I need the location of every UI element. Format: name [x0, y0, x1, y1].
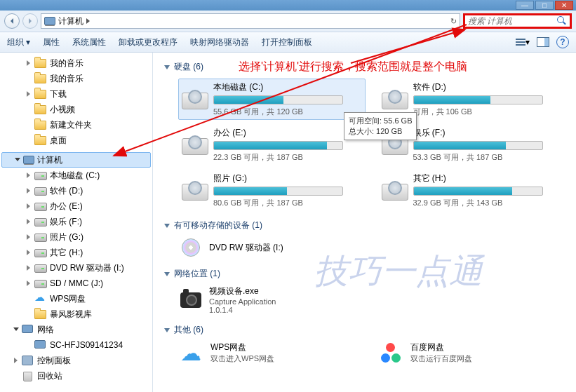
search-icon[interactable]: [557, 16, 567, 26]
other-sub: 双击运行百度网盘: [410, 353, 472, 364]
pc-icon: [34, 339, 47, 351]
tree-item[interactable]: 小视频: [0, 102, 152, 117]
tree-item-drive[interactable]: DVD RW 驱动器 (I:): [0, 260, 152, 276]
caret-down-icon: [164, 65, 170, 69]
section-hard-disks[interactable]: 硬盘 (6): [164, 61, 565, 73]
search-box[interactable]: [463, 13, 572, 29]
hdd-icon: [182, 135, 207, 155]
tree-item[interactable]: 下载: [0, 86, 152, 102]
forward-button[interactable]: [22, 13, 38, 29]
organize-menu[interactable]: 组织 ▾: [7, 36, 30, 48]
tree-item-drive[interactable]: 娱乐 (F:): [0, 214, 152, 229]
breadcrumb-root[interactable]: 计算机: [58, 15, 83, 27]
help-icon[interactable]: ?: [556, 36, 569, 48]
maximize-button[interactable]: □: [535, 1, 554, 10]
network-device[interactable]: 视频设备.exe Capture Application 1.0.1.4: [178, 285, 565, 314]
tree-item-drive[interactable]: 其它 (H:): [0, 245, 152, 260]
tree-label: 小视频: [50, 104, 75, 116]
tree-label: 控制面板: [37, 355, 71, 367]
tree-label: 照片 (G:): [50, 231, 83, 243]
network-icon: [22, 324, 34, 335]
tree-label: 回收站: [37, 370, 62, 382]
usage-bar: [413, 187, 543, 196]
tree-recycle-bin[interactable]: 回收站: [0, 368, 152, 384]
other-baidu[interactable]: 百度网盘 双击运行百度网盘: [378, 342, 565, 364]
camera-icon: [180, 292, 201, 308]
preview-pane-icon[interactable]: [537, 37, 549, 47]
caret-down-icon: [164, 272, 170, 276]
system-properties-button[interactable]: 系统属性: [72, 36, 106, 48]
tree-network[interactable]: 网络: [0, 322, 152, 337]
drive-card[interactable]: 照片 (G:) 80.6 GB 可用，共 187 GB: [178, 170, 366, 211]
drive-icon: [34, 262, 47, 273]
tree-item-network-pc[interactable]: SC-HFJS09141234: [0, 337, 152, 353]
other-wps[interactable]: ☁ WPS网盘 双击进入WPS网盘: [178, 342, 366, 364]
drive-card[interactable]: 办公 (E:) 22.3 GB 可用，共 187 GB: [178, 124, 366, 165]
folder-icon: [34, 119, 47, 130]
baidu-icon: [381, 343, 401, 363]
drive-stat: 22.3 GB 可用，共 187 GB: [213, 152, 363, 163]
section-removable[interactable]: 有可移动存储的设备 (1): [164, 219, 565, 231]
tree-item-drive[interactable]: WPS网盘: [0, 291, 152, 306]
uninstall-button[interactable]: 卸载或更改程序: [119, 36, 178, 48]
tree-item-drive[interactable]: 办公 (E:): [0, 198, 152, 214]
usage-bar: [213, 141, 343, 150]
netloc-name: 视频设备.exe: [209, 285, 276, 297]
tree-item-drive[interactable]: 照片 (G:): [0, 229, 152, 245]
address-bar[interactable]: 计算机 ↻: [41, 13, 460, 29]
folder-icon: [34, 135, 47, 146]
tree-label: 网络: [37, 324, 54, 336]
tree-item-drive[interactable]: 暴风影视库: [0, 306, 152, 322]
section-network-location[interactable]: 网络位置 (1): [164, 268, 565, 280]
open-control-panel-button[interactable]: 打开控制面板: [262, 36, 312, 48]
drive-icon: [34, 170, 47, 181]
tree-computer[interactable]: 计算机: [1, 152, 151, 168]
computer-icon: [23, 155, 34, 165]
other-title: 百度网盘: [410, 342, 472, 353]
drive-name: 办公 (E:): [213, 127, 363, 139]
tree-label: 其它 (H:): [50, 247, 83, 259]
netloc-sub1: Capture Application: [209, 297, 276, 306]
tree-item[interactable]: 我的音乐: [0, 55, 152, 71]
back-button[interactable]: [4, 13, 20, 29]
cloud-icon: ☁: [180, 341, 201, 365]
drive-icon: [34, 247, 47, 258]
drive-card[interactable]: 其它 (H:) 32.9 GB 可用，共 143 GB: [378, 170, 565, 211]
tree-label: 我的音乐: [50, 58, 83, 69]
usage-bar: [213, 95, 343, 104]
tree-item-drive[interactable]: 本地磁盘 (C:): [0, 168, 152, 183]
tree-control-panel[interactable]: 控制面板: [0, 353, 152, 368]
drive-name: 其它 (H:): [413, 173, 563, 184]
tree-label: SC-HFJS09141234: [50, 340, 123, 350]
view-options-icon[interactable]: ▾: [516, 36, 530, 48]
drive-stat: 55.6 GB 可用，共 120 GB: [213, 107, 363, 117]
tree-item-drive[interactable]: SD / MMC (J:): [0, 276, 152, 291]
dvd-icon: [182, 238, 200, 257]
tree-item[interactable]: 我的音乐: [0, 71, 152, 86]
drive-icon: [34, 231, 47, 243]
drive-card[interactable]: 本地磁盘 (C:) 55.6 GB 可用，共 120 GB: [178, 79, 366, 120]
content-pane: 硬盘 (6) 本地磁盘 (C:) 55.6 GB 可用，共 120 GB 软件 …: [153, 53, 576, 392]
folder-icon: [34, 88, 47, 100]
close-button[interactable]: ✕: [555, 1, 573, 10]
map-drive-button[interactable]: 映射网络驱动器: [190, 36, 249, 48]
drive-stat: 可用，共 106 GB: [413, 107, 563, 117]
search-input[interactable]: [468, 16, 552, 26]
refresh-icon[interactable]: ↻: [450, 17, 457, 26]
tree-item-drive[interactable]: 软件 (D:): [0, 183, 152, 198]
properties-button[interactable]: 属性: [43, 36, 60, 48]
tree-label: 我的音乐: [50, 73, 83, 85]
drive-tooltip: 可用空间: 55.6 GB总大小: 120 GB: [344, 112, 417, 140]
drive-name: 照片 (G:): [213, 173, 363, 184]
tree-label: DVD RW 驱动器 (I:): [50, 262, 124, 274]
section-other[interactable]: 其他 (6): [164, 324, 565, 336]
dvd-drive[interactable]: DVD RW 驱动器 (I:): [178, 237, 565, 258]
minimize-button[interactable]: —: [516, 1, 534, 10]
tree-item[interactable]: 新建文件夹: [0, 117, 152, 133]
tree-label: 本地磁盘 (C:): [50, 170, 100, 182]
nav-row: 计算机 ↻: [0, 11, 576, 32]
tree-item[interactable]: 桌面: [0, 133, 152, 148]
toolbar: 组织 ▾ 属性 系统属性 卸载或更改程序 映射网络驱动器 打开控制面板 ▾ ?: [0, 32, 576, 53]
drive-name: 软件 (D:): [413, 81, 563, 93]
breadcrumb-sep-icon[interactable]: [86, 18, 90, 24]
